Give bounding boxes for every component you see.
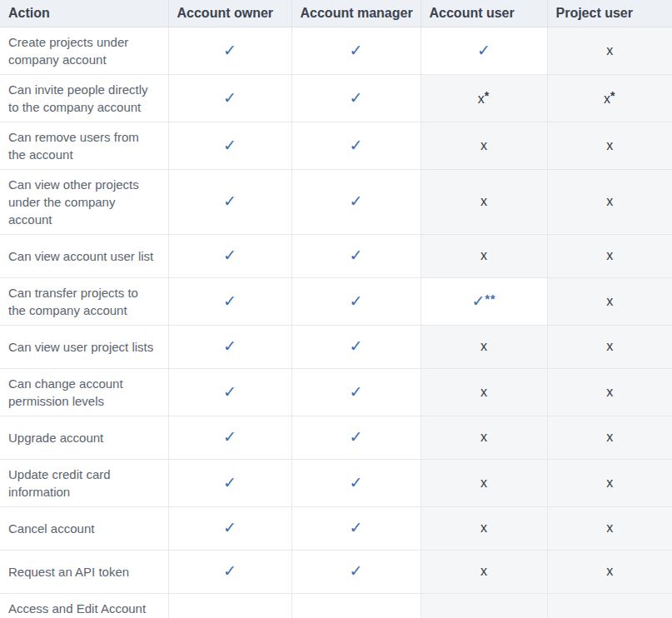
check-icon: ✓ <box>223 88 236 107</box>
permission-cell-granted: ✓ <box>168 550 291 593</box>
check-icon: ✓ <box>350 473 363 491</box>
action-label: Can view account user list <box>0 234 168 277</box>
permission-cell-granted: ✓ <box>291 277 421 325</box>
permission-cell-granted: ✓ <box>291 74 421 122</box>
footnote-asterisk: ** <box>485 292 496 306</box>
check-icon: ✓ <box>477 41 490 59</box>
permission-cell-granted: ✓ <box>168 459 291 506</box>
permission-cell-granted: ✓ <box>291 27 421 74</box>
action-label: Can view other projects under the compan… <box>0 169 168 234</box>
permission-cell-granted: ✓** <box>421 277 547 325</box>
permission-cell-granted: ✓ <box>168 325 291 368</box>
column-header-action: Action <box>0 0 168 27</box>
permission-cell-granted: ✓ <box>168 416 291 459</box>
table-row: Upgrade account✓✓xx <box>0 416 672 459</box>
check-icon: ✓ <box>223 473 236 491</box>
table-row: Can invite people directly to the compan… <box>0 74 672 122</box>
permission-cell-denied: x <box>421 593 547 618</box>
x-mark-icon: x <box>606 43 613 57</box>
x-mark-icon: x <box>480 138 487 152</box>
permission-cell-denied: x <box>547 122 672 169</box>
permission-cell-denied: x <box>547 169 672 234</box>
check-icon: ✓ <box>223 518 236 536</box>
table-row: Cancel account✓✓xx <box>0 506 672 550</box>
permission-cell-granted: ✓ <box>168 368 291 416</box>
x-mark-icon: x <box>606 339 613 353</box>
permission-cell-denied: x* <box>547 74 672 122</box>
permission-cell-denied: x <box>547 506 672 550</box>
permission-cell-granted: ✓ <box>291 459 421 506</box>
x-mark-icon: x <box>606 521 613 535</box>
permission-cell-granted: ✓ <box>291 593 421 618</box>
permission-cell-granted: ✓ <box>168 593 291 618</box>
x-mark-icon: x <box>480 564 487 578</box>
x-mark-icon: x <box>606 385 613 399</box>
table-row: Can view account user list✓✓xx <box>0 234 672 277</box>
x-mark-icon: x <box>606 248 613 262</box>
permission-cell-granted: ✓ <box>168 122 291 169</box>
permission-cell-denied: x <box>421 368 547 416</box>
x-mark-icon: x <box>480 385 487 399</box>
action-label: Can invite people directly to the compan… <box>0 74 168 122</box>
check-icon: ✓ <box>223 382 236 401</box>
check-icon: ✓ <box>350 561 363 580</box>
x-mark-icon: x <box>604 92 610 106</box>
permission-cell-granted: ✓ <box>421 27 547 74</box>
action-label: Upgrade account <box>0 416 168 459</box>
check-icon: ✓ <box>223 41 236 59</box>
permission-cell-denied: x <box>547 27 672 74</box>
permission-cell-denied: x <box>547 593 672 618</box>
action-label: Access and Edit Account Form Templates a… <box>0 593 168 618</box>
check-icon: ✓ <box>223 192 236 210</box>
x-mark-icon: x <box>606 138 613 152</box>
x-mark-icon: x <box>478 92 485 106</box>
check-icon: ✓ <box>350 292 363 310</box>
column-header-project-user: Project user <box>547 0 672 27</box>
permission-cell-denied: x <box>547 459 672 506</box>
x-mark-icon: x <box>480 521 487 535</box>
check-icon: ✓ <box>350 427 363 446</box>
check-icon: ✓ <box>350 88 363 107</box>
x-mark-icon: x <box>606 430 613 444</box>
table-row: Can view other projects under the compan… <box>0 169 672 234</box>
permission-cell-denied: x <box>547 325 672 368</box>
x-mark-icon: x <box>480 339 487 353</box>
check-icon: ✓ <box>350 192 363 210</box>
x-mark-icon: x <box>480 194 487 208</box>
permission-cell-denied: x <box>421 325 547 368</box>
table-row: Request an API token✓✓xx <box>0 550 672 593</box>
permission-cell-granted: ✓ <box>291 325 421 368</box>
permission-cell-granted: ✓ <box>168 169 291 234</box>
table-row: Update credit card information✓✓xx <box>0 459 672 506</box>
permission-cell-granted: ✓ <box>291 368 421 416</box>
check-icon: ✓ <box>350 336 363 355</box>
action-label: Update credit card information <box>0 459 168 506</box>
action-label: Can change account permission levels <box>0 368 168 416</box>
check-icon: ✓ <box>350 382 363 401</box>
permission-cell-granted: ✓ <box>168 277 291 325</box>
permission-cell-denied: x <box>547 234 672 277</box>
table-row: Access and Edit Account Form Templates a… <box>0 593 672 618</box>
permission-cell-denied: x <box>421 550 547 593</box>
permission-cell-denied: x <box>547 277 672 325</box>
x-mark-icon: x <box>480 248 487 262</box>
permission-cell-granted: ✓ <box>168 234 291 277</box>
x-mark-icon: x <box>606 194 613 208</box>
action-label: Cancel account <box>0 506 168 550</box>
check-icon: ✓ <box>472 292 485 310</box>
x-mark-icon: x <box>480 430 487 444</box>
permission-cell-granted: ✓ <box>291 122 421 169</box>
column-header-account-owner: Account owner <box>168 0 291 27</box>
permission-cell-denied: x <box>421 234 547 277</box>
check-icon: ✓ <box>350 518 363 536</box>
x-mark-icon: x <box>480 476 487 490</box>
action-label: Can remove users from the account <box>0 122 168 169</box>
check-icon: ✓ <box>223 336 236 355</box>
permissions-table: ActionAccount ownerAccount managerAccoun… <box>0 0 672 618</box>
check-icon: ✓ <box>350 41 363 59</box>
table-row: Can transfer projects to the company acc… <box>0 277 672 325</box>
permissions-table-body: Create projects under company account✓✓✓… <box>0 27 672 618</box>
check-icon: ✓ <box>350 246 363 264</box>
permission-cell-granted: ✓ <box>291 234 421 277</box>
permission-cell-granted: ✓ <box>291 550 421 593</box>
